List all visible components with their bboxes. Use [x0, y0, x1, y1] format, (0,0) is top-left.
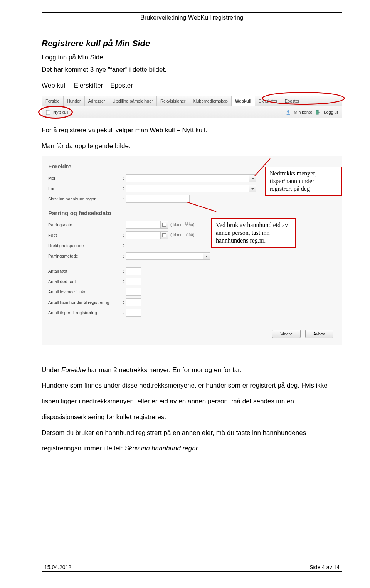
- page-title: Registrere kull på Min Side: [42, 39, 342, 49]
- after-nav-line-1: For å registrere valpekull velger man We…: [42, 125, 342, 135]
- label-antall-hann: Antall hannhunder til registrering: [48, 300, 121, 305]
- para-hundene: Hundene som finnes under disse nedtrekks…: [42, 378, 342, 425]
- label-mor: Mor: [48, 176, 121, 180]
- para-dersom: Dersom du bruker en hannhund registrert …: [42, 425, 342, 457]
- label-fodt: Født: [48, 233, 121, 238]
- tab-adresser[interactable]: Adresser: [85, 96, 109, 106]
- label-skriv-regnr: Skriv inn hannhund regnr: [48, 197, 121, 201]
- label-antall-fodt: Antall født: [48, 269, 121, 273]
- section-parring: Parring og fødselsdato: [48, 210, 336, 216]
- tab-eierskifter[interactable]: Eierskifter: [255, 96, 281, 106]
- dropdown-icon[interactable]: [203, 252, 210, 260]
- input-antall-fodt[interactable]: [126, 267, 141, 275]
- tab-utstilling[interactable]: Utstilling påmeldinger: [109, 96, 157, 106]
- screenshot-nav: Forside Hunder Adresser Utstilling påmel…: [42, 96, 342, 118]
- avbryt-button[interactable]: Avbryt: [305, 330, 333, 338]
- tab-klubbmedlemskap[interactable]: Klubbmedlemskap: [189, 96, 232, 106]
- svg-rect-2: [316, 110, 318, 114]
- footer-page: Side 4 av 14: [192, 563, 342, 571]
- tab-eposter[interactable]: Eposter: [281, 96, 303, 106]
- after-nav-line-2: Man får da opp følgende bilde:: [42, 141, 342, 151]
- doc-footer: 15.04.2012 Side 4 av 14: [42, 563, 342, 572]
- input-hannhund-regnr[interactable]: [126, 195, 190, 203]
- date-hint-2: (dd.mm.åååå): [170, 233, 194, 237]
- label-antall-dod-fodt: Antall død født: [48, 279, 121, 284]
- calendar-icon[interactable]: [160, 231, 168, 239]
- input-antall-hann[interactable]: [126, 298, 141, 306]
- input-fodt[interactable]: [126, 231, 161, 239]
- logout-icon: [315, 110, 321, 115]
- label-far: Far: [48, 186, 121, 191]
- intro-line-1: Logg inn på Min Side.: [42, 52, 342, 62]
- user-icon: [286, 110, 291, 115]
- callout-hannhund: Ved bruk av hannhund eid av annen person…: [211, 218, 296, 248]
- intro-line-2: Det har kommet 3 nye "faner" i dette bil…: [42, 65, 342, 75]
- tab-webkull[interactable]: Webkull: [232, 96, 255, 106]
- tab-rekvisisjoner[interactable]: Rekvisisjoner: [157, 96, 189, 106]
- select-far[interactable]: [126, 185, 249, 192]
- tab-forside[interactable]: Forside: [42, 96, 64, 106]
- input-antall-levende[interactable]: [126, 288, 141, 296]
- date-hint-1: (dd.mm.åååå): [170, 222, 194, 227]
- label-parringsdato: Parringsdato: [48, 222, 121, 227]
- input-antall-dod-fodt[interactable]: [126, 278, 141, 285]
- tab-hunder[interactable]: Hunder: [64, 96, 85, 106]
- input-parringsdato[interactable]: [126, 221, 161, 229]
- label-antall-tisper: Antall tisper til registrering: [48, 310, 121, 315]
- videre-button[interactable]: Videre: [272, 330, 301, 338]
- nytt-kull-label: Nytt kull: [53, 110, 68, 115]
- svg-point-1: [287, 110, 289, 113]
- select-mor[interactable]: [126, 174, 249, 182]
- min-konto-link[interactable]: Min konto: [294, 110, 313, 115]
- footer-date: 15.04.2012: [42, 563, 192, 571]
- intro-line-3: Web kull – Eierskifter – Eposter: [42, 81, 342, 91]
- nytt-kull-link[interactable]: Nytt kull: [46, 110, 68, 115]
- doc-header: Brukerveiledning WebKull registrering: [42, 12, 342, 23]
- dropdown-icon[interactable]: [249, 185, 256, 192]
- para-under-foreldre: Under Foreldre har man 2 nedtrekksmenyer…: [42, 362, 342, 378]
- select-metode[interactable]: [126, 252, 203, 260]
- logout-link[interactable]: Logg ut: [324, 110, 338, 115]
- new-icon: [46, 110, 51, 115]
- nav-tabs: Forside Hunder Adresser Utstilling påmel…: [42, 96, 342, 106]
- label-metode: Parringsmetode: [48, 254, 121, 258]
- calendar-icon[interactable]: [160, 221, 168, 229]
- input-antall-tisper[interactable]: [126, 309, 141, 317]
- label-antall-levende: Antall levende 1 uke: [48, 290, 121, 294]
- label-drekt: Drektighetsperiode: [48, 243, 121, 248]
- callout-nedtrekks: Nedtrekks menyer; tisper/hannhunder regi…: [265, 167, 342, 196]
